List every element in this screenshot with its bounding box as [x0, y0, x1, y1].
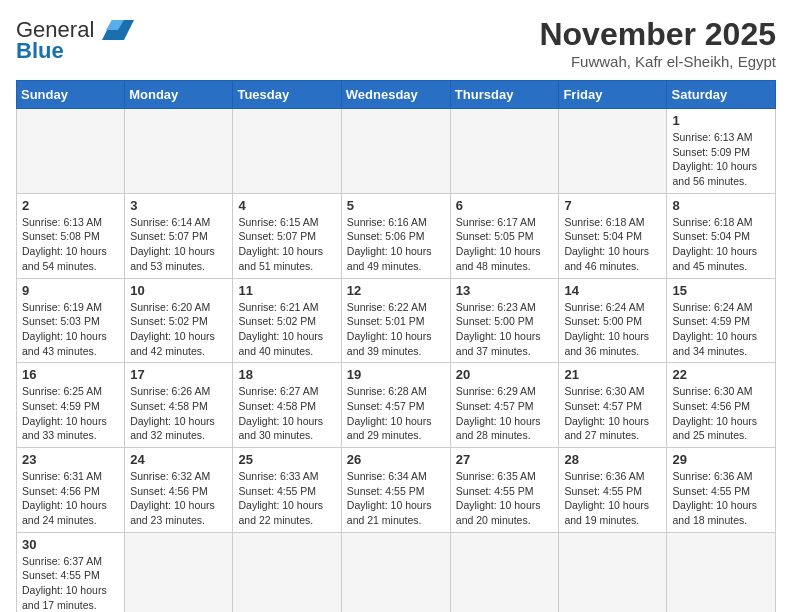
calendar-day-cell: 18Sunrise: 6:27 AMSunset: 4:58 PMDayligh…	[233, 363, 341, 448]
day-info: Sunrise: 6:31 AMSunset: 4:56 PMDaylight:…	[22, 469, 119, 528]
day-number: 2	[22, 198, 119, 213]
weekday-header-cell: Wednesday	[341, 81, 450, 109]
day-number: 20	[456, 367, 554, 382]
day-number: 22	[672, 367, 770, 382]
day-number: 8	[672, 198, 770, 213]
calendar: SundayMondayTuesdayWednesdayThursdayFrid…	[16, 80, 776, 612]
day-number: 7	[564, 198, 661, 213]
day-number: 29	[672, 452, 770, 467]
calendar-day-cell: 17Sunrise: 6:26 AMSunset: 4:58 PMDayligh…	[125, 363, 233, 448]
calendar-day-cell: 16Sunrise: 6:25 AMSunset: 4:59 PMDayligh…	[17, 363, 125, 448]
calendar-day-cell: 13Sunrise: 6:23 AMSunset: 5:00 PMDayligh…	[450, 278, 559, 363]
calendar-day-cell: 12Sunrise: 6:22 AMSunset: 5:01 PMDayligh…	[341, 278, 450, 363]
day-info: Sunrise: 6:24 AMSunset: 4:59 PMDaylight:…	[672, 300, 770, 359]
day-info: Sunrise: 6:20 AMSunset: 5:02 PMDaylight:…	[130, 300, 227, 359]
day-info: Sunrise: 6:24 AMSunset: 5:00 PMDaylight:…	[564, 300, 661, 359]
day-info: Sunrise: 6:16 AMSunset: 5:06 PMDaylight:…	[347, 215, 445, 274]
day-info: Sunrise: 6:34 AMSunset: 4:55 PMDaylight:…	[347, 469, 445, 528]
calendar-day-cell: 23Sunrise: 6:31 AMSunset: 4:56 PMDayligh…	[17, 448, 125, 533]
calendar-day-cell: 21Sunrise: 6:30 AMSunset: 4:57 PMDayligh…	[559, 363, 667, 448]
day-info: Sunrise: 6:36 AMSunset: 4:55 PMDaylight:…	[564, 469, 661, 528]
day-info: Sunrise: 6:14 AMSunset: 5:07 PMDaylight:…	[130, 215, 227, 274]
title-area: November 2025 Fuwwah, Kafr el-Sheikh, Eg…	[539, 16, 776, 70]
location-title: Fuwwah, Kafr el-Sheikh, Egypt	[539, 53, 776, 70]
calendar-day-cell	[450, 109, 559, 194]
calendar-day-cell: 25Sunrise: 6:33 AMSunset: 4:55 PMDayligh…	[233, 448, 341, 533]
calendar-day-cell: 29Sunrise: 6:36 AMSunset: 4:55 PMDayligh…	[667, 448, 776, 533]
calendar-week-row: 23Sunrise: 6:31 AMSunset: 4:56 PMDayligh…	[17, 448, 776, 533]
calendar-week-row: 2Sunrise: 6:13 AMSunset: 5:08 PMDaylight…	[17, 193, 776, 278]
day-number: 5	[347, 198, 445, 213]
day-number: 28	[564, 452, 661, 467]
weekday-header-cell: Tuesday	[233, 81, 341, 109]
weekday-header-cell: Saturday	[667, 81, 776, 109]
calendar-day-cell	[17, 109, 125, 194]
calendar-day-cell: 3Sunrise: 6:14 AMSunset: 5:07 PMDaylight…	[125, 193, 233, 278]
day-number: 16	[22, 367, 119, 382]
calendar-day-cell	[559, 109, 667, 194]
calendar-day-cell: 9Sunrise: 6:19 AMSunset: 5:03 PMDaylight…	[17, 278, 125, 363]
day-number: 30	[22, 537, 119, 552]
day-number: 21	[564, 367, 661, 382]
day-info: Sunrise: 6:37 AMSunset: 4:55 PMDaylight:…	[22, 554, 119, 612]
calendar-day-cell: 6Sunrise: 6:17 AMSunset: 5:05 PMDaylight…	[450, 193, 559, 278]
calendar-day-cell	[559, 532, 667, 612]
day-info: Sunrise: 6:30 AMSunset: 4:57 PMDaylight:…	[564, 384, 661, 443]
calendar-week-row: 9Sunrise: 6:19 AMSunset: 5:03 PMDaylight…	[17, 278, 776, 363]
day-number: 25	[238, 452, 335, 467]
day-number: 23	[22, 452, 119, 467]
calendar-day-cell: 1Sunrise: 6:13 AMSunset: 5:09 PMDaylight…	[667, 109, 776, 194]
day-info: Sunrise: 6:36 AMSunset: 4:55 PMDaylight:…	[672, 469, 770, 528]
calendar-day-cell	[341, 532, 450, 612]
weekday-header-cell: Sunday	[17, 81, 125, 109]
day-number: 18	[238, 367, 335, 382]
day-number: 13	[456, 283, 554, 298]
day-number: 15	[672, 283, 770, 298]
day-info: Sunrise: 6:25 AMSunset: 4:59 PMDaylight:…	[22, 384, 119, 443]
day-info: Sunrise: 6:18 AMSunset: 5:04 PMDaylight:…	[672, 215, 770, 274]
calendar-week-row: 16Sunrise: 6:25 AMSunset: 4:59 PMDayligh…	[17, 363, 776, 448]
calendar-day-cell: 7Sunrise: 6:18 AMSunset: 5:04 PMDaylight…	[559, 193, 667, 278]
day-info: Sunrise: 6:30 AMSunset: 4:56 PMDaylight:…	[672, 384, 770, 443]
calendar-day-cell: 30Sunrise: 6:37 AMSunset: 4:55 PMDayligh…	[17, 532, 125, 612]
day-number: 24	[130, 452, 227, 467]
day-number: 17	[130, 367, 227, 382]
day-number: 6	[456, 198, 554, 213]
calendar-body: 1Sunrise: 6:13 AMSunset: 5:09 PMDaylight…	[17, 109, 776, 613]
calendar-day-cell: 15Sunrise: 6:24 AMSunset: 4:59 PMDayligh…	[667, 278, 776, 363]
day-info: Sunrise: 6:28 AMSunset: 4:57 PMDaylight:…	[347, 384, 445, 443]
day-info: Sunrise: 6:17 AMSunset: 5:05 PMDaylight:…	[456, 215, 554, 274]
day-info: Sunrise: 6:33 AMSunset: 4:55 PMDaylight:…	[238, 469, 335, 528]
day-info: Sunrise: 6:26 AMSunset: 4:58 PMDaylight:…	[130, 384, 227, 443]
calendar-week-row: 1Sunrise: 6:13 AMSunset: 5:09 PMDaylight…	[17, 109, 776, 194]
calendar-day-cell: 20Sunrise: 6:29 AMSunset: 4:57 PMDayligh…	[450, 363, 559, 448]
day-number: 19	[347, 367, 445, 382]
weekday-header-row: SundayMondayTuesdayWednesdayThursdayFrid…	[17, 81, 776, 109]
day-info: Sunrise: 6:35 AMSunset: 4:55 PMDaylight:…	[456, 469, 554, 528]
day-info: Sunrise: 6:27 AMSunset: 4:58 PMDaylight:…	[238, 384, 335, 443]
day-number: 9	[22, 283, 119, 298]
calendar-day-cell: 8Sunrise: 6:18 AMSunset: 5:04 PMDaylight…	[667, 193, 776, 278]
calendar-day-cell: 4Sunrise: 6:15 AMSunset: 5:07 PMDaylight…	[233, 193, 341, 278]
day-info: Sunrise: 6:32 AMSunset: 4:56 PMDaylight:…	[130, 469, 227, 528]
header: General Blue November 2025 Fuwwah, Kafr …	[16, 16, 776, 70]
day-info: Sunrise: 6:21 AMSunset: 5:02 PMDaylight:…	[238, 300, 335, 359]
day-number: 4	[238, 198, 335, 213]
calendar-day-cell: 22Sunrise: 6:30 AMSunset: 4:56 PMDayligh…	[667, 363, 776, 448]
calendar-day-cell: 19Sunrise: 6:28 AMSunset: 4:57 PMDayligh…	[341, 363, 450, 448]
day-info: Sunrise: 6:19 AMSunset: 5:03 PMDaylight:…	[22, 300, 119, 359]
day-number: 3	[130, 198, 227, 213]
day-info: Sunrise: 6:15 AMSunset: 5:07 PMDaylight:…	[238, 215, 335, 274]
calendar-day-cell	[233, 109, 341, 194]
day-number: 11	[238, 283, 335, 298]
logo-icon	[98, 16, 134, 44]
calendar-day-cell: 5Sunrise: 6:16 AMSunset: 5:06 PMDaylight…	[341, 193, 450, 278]
day-number: 27	[456, 452, 554, 467]
calendar-day-cell: 27Sunrise: 6:35 AMSunset: 4:55 PMDayligh…	[450, 448, 559, 533]
calendar-day-cell	[233, 532, 341, 612]
day-number: 12	[347, 283, 445, 298]
calendar-week-row: 30Sunrise: 6:37 AMSunset: 4:55 PMDayligh…	[17, 532, 776, 612]
weekday-header-cell: Thursday	[450, 81, 559, 109]
calendar-day-cell: 2Sunrise: 6:13 AMSunset: 5:08 PMDaylight…	[17, 193, 125, 278]
calendar-day-cell	[667, 532, 776, 612]
